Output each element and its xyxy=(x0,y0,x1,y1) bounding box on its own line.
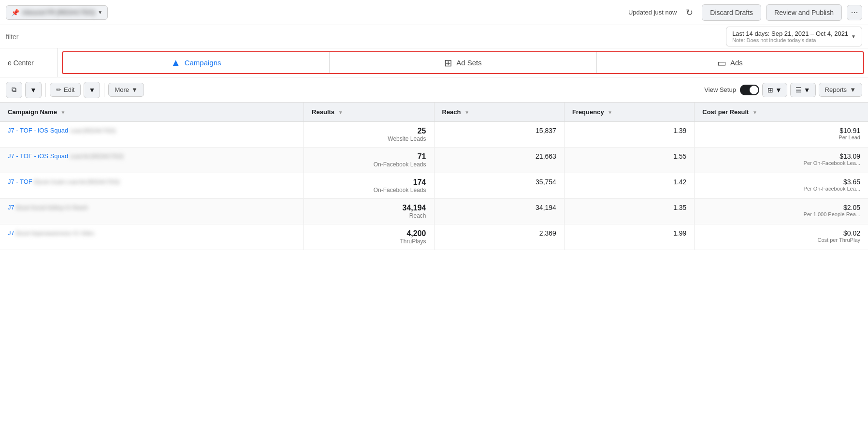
cell-name-2: J7 - TOF Ebook Guide Lead Ad [REDACTED] xyxy=(0,173,304,199)
cell-frequency-1: 1.55 xyxy=(564,148,694,173)
columns-icon: ⊞ xyxy=(767,86,773,94)
left-label: e Center xyxy=(0,48,58,77)
adsets-icon: ⊞ xyxy=(444,57,452,69)
results-sub-1: On-Facebook Leads xyxy=(312,161,426,168)
campaign-sub-1: Lead Ad [REDACTED] xyxy=(70,153,123,159)
tab-ads-label: Ads xyxy=(730,59,743,67)
toolbar-separator-2 xyxy=(104,83,104,97)
results-sub-0: Website Leads xyxy=(312,135,426,142)
results-val-2: 174 xyxy=(312,178,426,187)
results-sub-2: On-Facebook Leads xyxy=(312,187,426,193)
date-range-info: Last 14 days: Sep 21, 2021 – Oct 4, 2021… xyxy=(732,30,848,43)
results-val-0: 25 xyxy=(312,127,426,135)
more-options-button[interactable]: ··· xyxy=(847,5,862,20)
copy-dropdown-button[interactable]: ▼ xyxy=(25,82,42,98)
cell-frequency-4: 1.99 xyxy=(564,224,694,250)
cost-val-1: $13.09 xyxy=(702,152,860,160)
account-selector[interactable]: 📌 Inbound FR [REDACTED] ▼ xyxy=(6,5,108,20)
cost-val-0: $10.91 xyxy=(702,127,860,134)
col-header-frequency[interactable]: Frequency ▼ xyxy=(564,103,694,122)
cost-val-3: $2.05 xyxy=(702,204,860,211)
cell-cost-4: $0.02 Cost per ThruPlay xyxy=(694,224,868,250)
reports-label: Reports xyxy=(825,86,847,93)
filter-icon: ☰ xyxy=(796,86,802,94)
updated-text: Updated just now xyxy=(628,9,677,16)
cell-results-4: 4,200 ThruPlays xyxy=(304,224,434,250)
more-label: More xyxy=(115,86,129,93)
tab-campaigns-label: Campaigns xyxy=(185,59,221,67)
tabs-container: ▲ Campaigns ⊞ Ad Sets ▭ Ads xyxy=(62,51,864,74)
cell-name-3: J7 Boost Social Selling V1 Reach xyxy=(0,199,304,224)
filter-view-button[interactable]: ☰ ▼ xyxy=(790,83,816,97)
toolbar: ⧉ ▼ ✏ Edit ▼ More ▼ View Setup ⊞ ▼ ☰ ▼ R… xyxy=(0,77,868,103)
cell-name-1: J7 - TOF - iOS Squad Lead Ad [REDACTED] xyxy=(0,148,304,173)
tabs-area: e Center ▲ Campaigns ⊞ Ad Sets ▭ Ads xyxy=(0,48,868,77)
campaign-link-1[interactable]: J7 - TOF - iOS Squad xyxy=(8,152,68,160)
copy-chevron-icon: ▼ xyxy=(30,86,37,94)
tab-ads[interactable]: ▭ Ads xyxy=(597,52,863,73)
view-setup-toggle[interactable] xyxy=(740,85,759,95)
table-container: Campaign Name ▼ Results ▼ Reach ▼ Freque… xyxy=(0,103,868,250)
filter-input[interactable] xyxy=(6,33,721,41)
columns-view-button[interactable]: ⊞ ▼ xyxy=(762,83,787,97)
columns-chevron-icon: ▼ xyxy=(775,86,782,94)
table-row: J7 Boost Hyperawareness V1 Video 4,200 T… xyxy=(0,224,868,250)
campaign-sub-3: Boost Social Selling V1 Reach xyxy=(16,205,88,210)
cell-reach-0: 15,837 xyxy=(434,122,564,148)
date-chevron-icon: ▼ xyxy=(851,34,856,39)
discard-drafts-button[interactable]: Discard Drafts xyxy=(702,4,761,21)
cell-reach-2: 35,754 xyxy=(434,173,564,199)
campaign-link-3[interactable]: J7 xyxy=(8,204,14,211)
tab-adsets[interactable]: ⊞ Ad Sets xyxy=(330,52,596,73)
cell-cost-0: $10.91 Per Lead xyxy=(694,122,868,148)
cell-name-0: J7 - TOF - iOS Squad Lead [REDACTED] xyxy=(0,122,304,148)
col-name-sort-icon: ▼ xyxy=(61,110,66,115)
edit-label: Edit xyxy=(64,86,74,93)
refresh-button[interactable]: ↻ xyxy=(681,5,697,20)
col-header-cost[interactable]: Cost per Result ▼ xyxy=(694,103,868,122)
chevron-down-icon: ▼ xyxy=(98,10,102,15)
tab-campaigns[interactable]: ▲ Campaigns xyxy=(63,52,330,73)
col-cost-sort-icon: ▼ xyxy=(752,110,757,115)
col-reach-sort-icon: ▼ xyxy=(464,110,469,115)
results-val-1: 71 xyxy=(312,152,426,161)
reports-button[interactable]: Reports ▼ xyxy=(819,83,862,97)
col-results-label: Results xyxy=(312,108,334,116)
table-header-row: Campaign Name ▼ Results ▼ Reach ▼ Freque… xyxy=(0,103,868,122)
cell-results-2: 174 On-Facebook Leads xyxy=(304,173,434,199)
campaign-sub-2: Ebook Guide Lead Ad [REDACTED] xyxy=(34,179,119,185)
review-publish-button[interactable]: Review and Publish xyxy=(766,4,842,21)
cell-cost-3: $2.05 Per 1,000 People Rea... xyxy=(694,199,868,224)
cell-results-1: 71 On-Facebook Leads xyxy=(304,148,434,173)
col-header-name[interactable]: Campaign Name ▼ xyxy=(0,103,304,122)
cell-results-0: 25 Website Leads xyxy=(304,122,434,148)
more-chevron-icon: ▼ xyxy=(131,86,138,93)
col-cost-label: Cost per Result xyxy=(702,108,749,116)
cell-name-4: J7 Boost Hyperawareness V1 Video xyxy=(0,224,304,250)
campaigns-icon: ▲ xyxy=(171,57,181,68)
campaign-sub-0: Lead [REDACTED] xyxy=(70,128,116,134)
cell-cost-2: $3.65 Per On-Facebook Lea... xyxy=(694,173,868,199)
results-val-3: 34,194 xyxy=(312,204,426,212)
edit-icon: ✏ xyxy=(56,86,61,93)
campaign-link-4[interactable]: J7 xyxy=(8,229,14,237)
col-header-results[interactable]: Results ▼ xyxy=(304,103,434,122)
edit-dropdown-button[interactable]: ▼ xyxy=(84,82,100,98)
table-body: J7 - TOF - iOS Squad Lead [REDACTED] 25 … xyxy=(0,122,868,250)
date-range-selector[interactable]: Last 14 days: Sep 21, 2021 – Oct 4, 2021… xyxy=(726,27,862,46)
campaigns-table: Campaign Name ▼ Results ▼ Reach ▼ Freque… xyxy=(0,103,868,250)
cost-sub-3: Per 1,000 People Rea... xyxy=(702,211,860,217)
cell-frequency-3: 1.35 xyxy=(564,199,694,224)
campaign-link-0[interactable]: J7 - TOF - iOS Squad xyxy=(8,127,68,134)
copy-button[interactable]: ⧉ xyxy=(6,82,22,98)
cell-reach-4: 2,369 xyxy=(434,224,564,250)
more-button[interactable]: More ▼ xyxy=(108,83,144,97)
copy-icon: ⧉ xyxy=(12,86,16,94)
cost-sub-1: Per On-Facebook Lea... xyxy=(702,160,860,166)
col-header-reach[interactable]: Reach ▼ xyxy=(434,103,564,122)
cell-frequency-2: 1.42 xyxy=(564,173,694,199)
table-row: J7 - TOF - iOS Squad Lead Ad [REDACTED] … xyxy=(0,148,868,173)
edit-button[interactable]: ✏ Edit xyxy=(50,83,81,97)
date-range-note: Note: Does not include today's data xyxy=(732,37,848,43)
campaign-link-2[interactable]: J7 - TOF xyxy=(8,178,32,185)
